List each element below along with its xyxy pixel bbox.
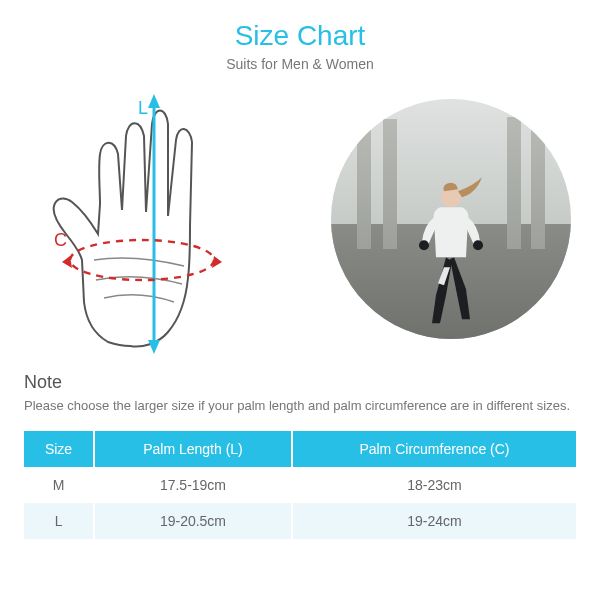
table-row: L 19-20.5cm 19-24cm [24, 503, 576, 539]
cell-size: L [24, 503, 94, 539]
col-palm-length: Palm Length (L) [94, 431, 292, 467]
cell-size: M [24, 467, 94, 503]
header: Size Chart Suits for Men & Women [24, 20, 576, 72]
col-size: Size [24, 431, 94, 467]
cell-length: 17.5-19cm [94, 467, 292, 503]
size-table: Size Palm Length (L) Palm Circumference … [24, 431, 576, 539]
runner-photo [331, 99, 571, 339]
runner-icon [396, 167, 506, 327]
hand-measurement-diagram: L C [24, 84, 284, 354]
svg-marker-2 [148, 340, 160, 354]
circumference-label: C [54, 230, 67, 250]
size-chart-page: Size Chart Suits for Men & Women L [0, 0, 600, 559]
svg-marker-1 [148, 94, 160, 108]
cell-circ: 19-24cm [292, 503, 576, 539]
svg-marker-5 [212, 256, 222, 268]
page-title: Size Chart [24, 20, 576, 52]
table-header-row: Size Palm Length (L) Palm Circumference … [24, 431, 576, 467]
length-label: L [138, 98, 148, 118]
col-palm-circumference: Palm Circumference (C) [292, 431, 576, 467]
figure-row: L C [24, 84, 576, 354]
note-heading: Note [24, 372, 576, 393]
note-text: Please choose the larger size if your pa… [24, 397, 576, 415]
svg-point-7 [473, 240, 483, 250]
cell-circ: 18-23cm [292, 467, 576, 503]
page-subtitle: Suits for Men & Women [24, 56, 576, 72]
lifestyle-image [326, 99, 576, 339]
svg-point-6 [419, 240, 429, 250]
table-row: M 17.5-19cm 18-23cm [24, 467, 576, 503]
cell-length: 19-20.5cm [94, 503, 292, 539]
hand-icon: L C [34, 84, 274, 354]
